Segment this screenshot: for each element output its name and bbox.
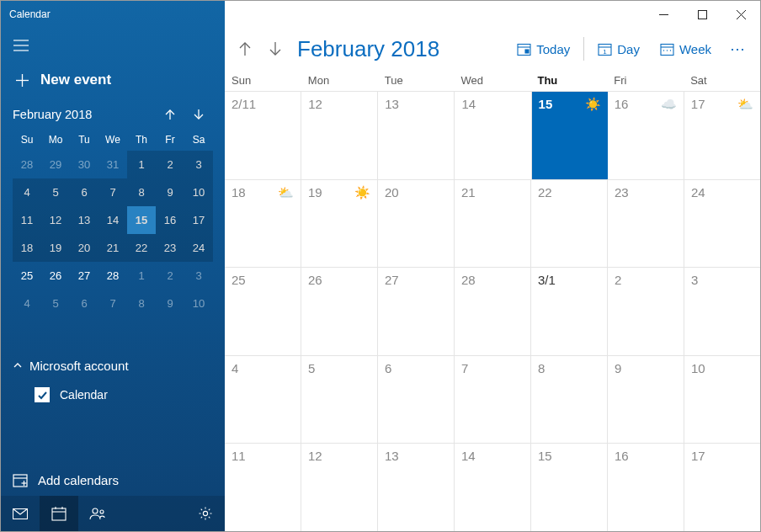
week-row: 2/1112131415☀️16☁️17⛅ [225, 92, 760, 180]
day-cell[interactable]: 9 [608, 356, 684, 444]
close-button[interactable] [721, 1, 760, 28]
mini-day[interactable]: 19 [41, 234, 70, 262]
mini-day[interactable]: 3 [184, 262, 213, 290]
day-cell[interactable]: 25 [225, 268, 301, 355]
day-view-button[interactable]: 1 Day [588, 32, 650, 66]
mini-day[interactable]: 4 [13, 178, 41, 206]
mini-calendar-title[interactable]: February 2018 [13, 108, 156, 121]
mini-day[interactable]: 6 [70, 178, 98, 206]
mini-day[interactable]: 31 [98, 151, 127, 178]
mini-day[interactable]: 15 [127, 206, 156, 234]
mini-day[interactable]: 8 [127, 178, 156, 206]
calendar-checkbox-row[interactable]: Calendar [13, 380, 213, 410]
mini-day[interactable]: 24 [184, 234, 213, 262]
people-button[interactable] [78, 496, 117, 531]
day-cell[interactable]: 26 [301, 268, 378, 355]
minimize-button[interactable] [644, 1, 683, 28]
mini-day[interactable]: 28 [13, 151, 41, 178]
mini-day[interactable]: 30 [70, 151, 98, 178]
mini-day[interactable]: 23 [156, 234, 184, 262]
mini-day[interactable]: 8 [127, 290, 156, 317]
day-cell[interactable]: 2/11 [225, 92, 301, 179]
day-cell[interactable]: 16☁️ [608, 92, 684, 179]
day-cell[interactable]: 24 [684, 180, 760, 268]
day-cell[interactable]: 5 [301, 356, 378, 444]
mail-button[interactable] [1, 496, 40, 531]
day-cell[interactable]: 11 [225, 444, 301, 531]
day-cell[interactable]: 18⛅ [225, 180, 301, 268]
mini-day[interactable]: 9 [156, 178, 184, 206]
day-cell[interactable]: 3/1 [531, 268, 608, 355]
mini-day[interactable]: 29 [41, 151, 70, 178]
mini-prev-button[interactable] [156, 100, 184, 129]
mini-day[interactable]: 27 [70, 262, 98, 290]
mini-day[interactable]: 10 [184, 290, 213, 317]
mini-day[interactable]: 1 [127, 151, 156, 178]
next-button[interactable] [260, 34, 290, 64]
more-button[interactable]: ⋯ [721, 32, 755, 66]
mini-day[interactable]: 5 [41, 178, 70, 206]
mini-day[interactable]: 9 [156, 290, 184, 317]
mini-day[interactable]: 17 [184, 206, 213, 234]
week-view-button[interactable]: Week [650, 32, 721, 66]
prev-button[interactable] [230, 34, 260, 64]
mini-day[interactable]: 10 [184, 178, 213, 206]
day-cell[interactable]: 22 [531, 180, 608, 268]
day-cell[interactable]: 15☀️ [532, 92, 608, 179]
mini-day[interactable]: 4 [13, 290, 41, 317]
mini-day[interactable]: 21 [98, 234, 127, 262]
mini-day[interactable]: 7 [98, 178, 127, 206]
mini-day[interactable]: 1 [127, 262, 156, 290]
day-cell[interactable]: 17 [684, 444, 760, 531]
day-cell[interactable]: 14 [455, 444, 531, 531]
day-cell[interactable]: 21 [455, 180, 531, 268]
month-label[interactable]: February 2018 [297, 36, 507, 62]
hamburger-button[interactable] [1, 28, 41, 63]
day-cell[interactable]: 14 [455, 92, 531, 179]
day-cell[interactable]: 2 [608, 268, 684, 355]
mini-day[interactable]: 13 [70, 206, 98, 234]
day-cell[interactable]: 7 [455, 356, 531, 444]
account-toggle[interactable]: Microsoft account [13, 351, 213, 380]
day-cell[interactable]: 6 [378, 356, 455, 444]
day-cell[interactable]: 4 [225, 356, 301, 444]
day-cell[interactable]: 23 [608, 180, 684, 268]
mini-day[interactable]: 2 [156, 151, 184, 178]
day-cell[interactable]: 13 [378, 444, 455, 531]
day-cell[interactable]: 19☀️ [301, 180, 378, 268]
mini-day[interactable]: 7 [98, 290, 127, 317]
mini-day[interactable]: 2 [156, 262, 184, 290]
mini-day[interactable]: 14 [98, 206, 127, 234]
day-cell[interactable]: 20 [378, 180, 455, 268]
day-cell[interactable]: 16 [608, 444, 684, 531]
day-cell[interactable]: 13 [378, 92, 455, 179]
mini-day[interactable]: 6 [70, 290, 98, 317]
mini-day[interactable]: 18 [13, 234, 41, 262]
mini-day[interactable]: 26 [41, 262, 70, 290]
day-cell[interactable]: 15 [531, 444, 608, 531]
add-calendars-button[interactable]: Add calendars [1, 464, 225, 496]
mini-day[interactable]: 22 [127, 234, 156, 262]
maximize-button[interactable] [683, 1, 721, 28]
day-cell[interactable]: 28 [455, 268, 531, 355]
day-cell[interactable]: 3 [684, 268, 760, 355]
mini-day[interactable]: 5 [41, 290, 70, 317]
day-cell[interactable]: 12 [301, 92, 378, 179]
settings-button[interactable] [186, 496, 225, 531]
mini-next-button[interactable] [184, 100, 213, 129]
today-button[interactable]: Today [507, 32, 580, 66]
day-cell[interactable]: 17⛅ [684, 92, 760, 179]
mini-day[interactable]: 20 [70, 234, 98, 262]
mini-day[interactable]: 28 [98, 262, 127, 290]
mini-day[interactable]: 12 [41, 206, 70, 234]
mini-day[interactable]: 25 [13, 262, 41, 290]
day-cell[interactable]: 27 [378, 268, 455, 355]
new-event-button[interactable]: New event [1, 63, 225, 100]
mini-day[interactable]: 3 [184, 151, 213, 178]
day-cell[interactable]: 10 [684, 356, 760, 444]
day-cell[interactable]: 8 [531, 356, 608, 444]
mini-day[interactable]: 11 [13, 206, 41, 234]
calendar-button[interactable] [40, 496, 78, 531]
day-cell[interactable]: 12 [301, 444, 378, 531]
mini-day[interactable]: 16 [156, 206, 184, 234]
